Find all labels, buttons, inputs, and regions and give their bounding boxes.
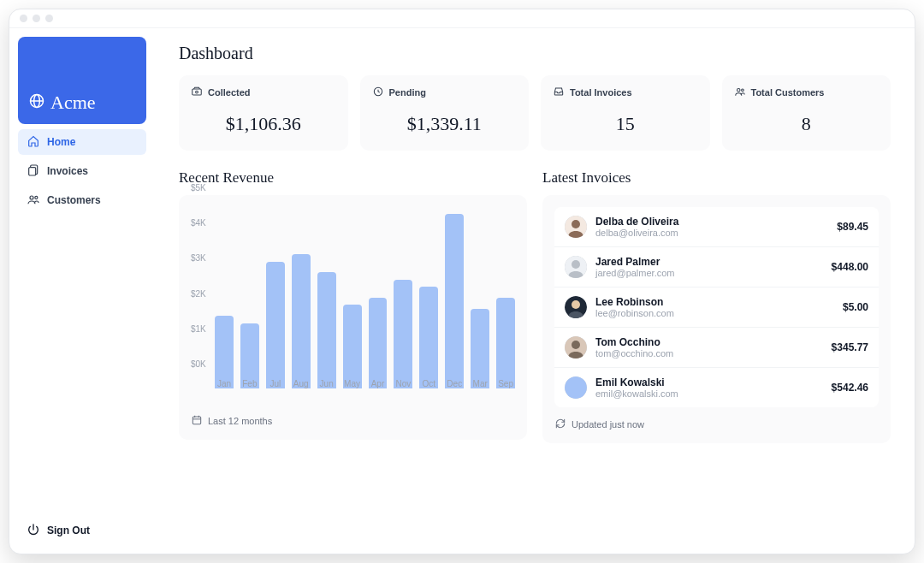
svg-point-8 xyxy=(196,91,198,93)
svg-point-19 xyxy=(572,260,580,269)
bar xyxy=(292,254,311,388)
x-axis-label: Aug xyxy=(293,379,309,388)
x-axis-label: Sep xyxy=(498,379,513,388)
bar xyxy=(317,272,336,388)
avatar xyxy=(565,376,587,399)
stat-card-label: Collected xyxy=(208,87,251,98)
bar-column: Jan xyxy=(215,207,234,388)
x-axis-label: Mar xyxy=(473,379,488,388)
stat-card-total-invoices: Total Invoices15 xyxy=(541,75,710,151)
x-axis-label: Jan xyxy=(217,379,231,388)
svg-point-11 xyxy=(741,89,743,92)
app-window: Acme HomeInvoicesCustomers Sign Out Dash… xyxy=(9,9,915,554)
page-title: Dashboard xyxy=(179,44,891,63)
invoices-panel: Delba de Oliveiradelba@oliveira.com$89.4… xyxy=(542,195,891,443)
power-icon xyxy=(27,523,40,539)
customers-icon xyxy=(27,193,40,209)
invoice-row[interactable]: Lee Robinsonlee@robinson.com$5.00 xyxy=(554,287,879,328)
bar-column: Apr xyxy=(369,207,388,388)
window-control-dot[interactable] xyxy=(20,15,27,22)
svg-point-17 xyxy=(572,220,580,228)
y-axis-tick: $2K xyxy=(191,288,206,298)
x-axis-label: Feb xyxy=(242,379,257,388)
window-control-dot[interactable] xyxy=(45,15,53,22)
bar-column: Mar xyxy=(471,207,489,388)
invoice-email: lee@robinson.com xyxy=(595,308,834,318)
revenue-panel: $0K$1K$2K$3K$4K$5K JanFebJulAugJunMayApr… xyxy=(179,195,527,440)
y-axis-tick: $5K xyxy=(191,183,206,193)
invoice-name: Emil Kowalski xyxy=(595,376,823,388)
y-axis-tick: $1K xyxy=(191,323,206,333)
clock-icon xyxy=(372,86,384,99)
svg-point-21 xyxy=(572,300,580,309)
window-titlebar xyxy=(9,9,915,28)
bar xyxy=(215,316,234,388)
invoice-amount: $448.00 xyxy=(832,261,868,273)
svg-point-6 xyxy=(35,196,38,199)
revenue-title: Recent Revenue xyxy=(179,169,527,187)
avatar xyxy=(565,336,587,359)
stat-card-total-customers: Total Customers8 xyxy=(722,75,891,151)
invoice-row[interactable]: Emil Kowalskiemil@kowalski.com$542.46 xyxy=(554,368,879,407)
bar-column: Aug xyxy=(292,207,311,388)
invoice-row[interactable]: Delba de Oliveiradelba@oliveira.com$89.4… xyxy=(554,207,879,247)
invoice-amount: $345.77 xyxy=(832,341,868,353)
sign-out-button[interactable]: Sign Out xyxy=(18,516,146,545)
y-axis-tick: $4K xyxy=(191,218,206,228)
svg-rect-4 xyxy=(29,167,36,175)
x-axis-label: Jul xyxy=(270,379,281,388)
invoice-row[interactable]: Tom Occhinotom@occhino.com$345.77 xyxy=(554,328,879,368)
y-axis-tick: $0K xyxy=(191,359,206,369)
sidebar-item-invoices[interactable]: Invoices xyxy=(18,158,146,184)
window-control-dot[interactable] xyxy=(33,15,40,22)
avatar xyxy=(565,296,587,318)
stat-card-value: 8 xyxy=(734,113,880,135)
invoice-amount: $89.45 xyxy=(837,221,868,233)
invoice-amount: $5.00 xyxy=(843,301,868,313)
bar xyxy=(419,287,438,388)
brand-block[interactable]: Acme xyxy=(18,37,146,124)
invoice-amount: $542.46 xyxy=(832,382,868,394)
stat-card-value: 15 xyxy=(553,113,698,135)
svg-point-23 xyxy=(572,341,580,349)
sidebar-item-home[interactable]: Home xyxy=(18,129,146,155)
invoices-icon xyxy=(27,163,40,180)
bar xyxy=(471,309,489,388)
bar-column: Jun xyxy=(317,207,336,388)
x-axis-label: May xyxy=(344,379,360,388)
invoice-email: tom@occhino.com xyxy=(595,348,823,359)
sidebar-nav: HomeInvoicesCustomers xyxy=(18,129,146,213)
bar xyxy=(343,305,362,388)
avatar xyxy=(565,216,587,238)
bar-column: Dec xyxy=(445,207,464,388)
stat-card-value: $1,106.36 xyxy=(191,113,336,135)
invoices-section: Latest Invoices Delba de Oliveiradelba@o… xyxy=(542,169,891,443)
bar xyxy=(445,214,464,388)
x-axis-label: Apr xyxy=(371,379,385,388)
bar xyxy=(369,298,388,388)
stat-card-value: $1,339.11 xyxy=(372,113,518,135)
group-icon xyxy=(734,86,746,99)
calendar-icon xyxy=(191,414,203,428)
bar xyxy=(496,298,515,388)
invoice-email: delba@oliveira.com xyxy=(595,228,828,238)
sidebar: Acme HomeInvoicesCustomers Sign Out xyxy=(9,28,155,554)
invoice-list: Delba de Oliveiradelba@oliveira.com$89.4… xyxy=(554,207,879,407)
sidebar-item-label: Customers xyxy=(47,194,101,206)
inbox-icon xyxy=(553,86,565,99)
sidebar-item-label: Home xyxy=(47,136,75,148)
bar-column: Jul xyxy=(266,207,285,388)
brand-name: Acme xyxy=(50,92,96,114)
svg-rect-7 xyxy=(192,89,202,95)
collected-icon xyxy=(191,86,203,99)
x-axis-label: Dec xyxy=(447,379,462,388)
invoice-row[interactable]: Jared Palmerjared@palmer.com$448.00 xyxy=(554,247,879,287)
x-axis-label: Nov xyxy=(396,379,412,388)
revenue-footer-text: Last 12 months xyxy=(208,416,272,426)
invoices-footer: Updated just now xyxy=(554,418,879,431)
revenue-section: Recent Revenue $0K$1K$2K$3K$4K$5K JanFeb… xyxy=(179,169,527,443)
bar-column: Oct xyxy=(419,207,438,388)
sidebar-item-customers[interactable]: Customers xyxy=(18,187,146,213)
invoice-name: Jared Palmer xyxy=(595,256,823,268)
svg-point-10 xyxy=(737,89,740,92)
